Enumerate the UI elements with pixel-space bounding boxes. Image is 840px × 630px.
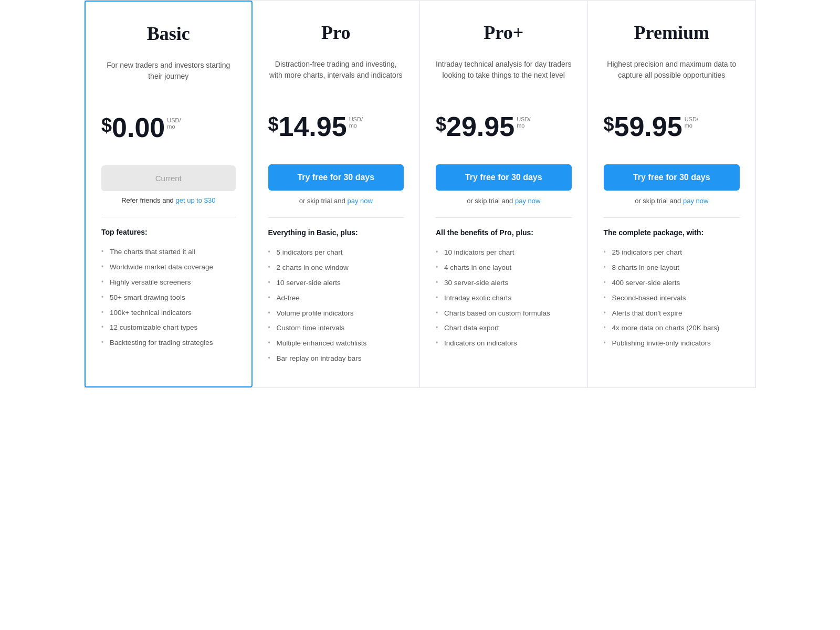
- price-period-pro: mo: [349, 122, 363, 129]
- plan-desc-pro: Distraction-free trading and investing, …: [268, 51, 404, 89]
- list-item: Charts based on custom formulas: [436, 306, 572, 321]
- current-button-basic: Current: [101, 165, 236, 191]
- list-item: Chart data export: [436, 321, 572, 336]
- features-heading-proplus: All the benefits of Pro, plus:: [436, 228, 572, 237]
- list-item: 10 server-side alerts: [268, 276, 404, 291]
- features-list-proplus: 10 indicators per chart4 charts in one l…: [436, 245, 572, 351]
- list-item: The charts that started it all: [101, 245, 236, 260]
- list-item: 12 customizable chart types: [101, 320, 236, 335]
- list-item: Backtesting for trading strategies: [101, 335, 236, 351]
- plan-price-basic: $0.00USD/mo: [101, 114, 181, 141]
- cta-area-basic: CurrentRefer friends and get up to $30: [101, 165, 236, 204]
- features-heading-basic: Top features:: [101, 228, 236, 236]
- cta-area-proplus: Try free for 30 daysor skip trial and pa…: [436, 164, 572, 205]
- plan-col-pro: ProDistraction-free trading and investin…: [253, 1, 421, 387]
- features-list-pro: 5 indicators per chart2 charts in one wi…: [268, 245, 404, 366]
- price-dollar-premium: $: [604, 115, 614, 134]
- refer-text-basic: Refer friends and get up to $30: [101, 196, 236, 204]
- list-item: Intraday exotic charts: [436, 291, 572, 306]
- pay-now-link-premium[interactable]: pay now: [683, 197, 708, 205]
- list-item: Indicators on indicators: [436, 336, 572, 351]
- list-item: 25 indicators per chart: [604, 245, 740, 260]
- price-currency-basic: USD/: [167, 117, 181, 123]
- plan-price-area-premium: $59.95USD/mo: [604, 108, 740, 145]
- list-item: 10 indicators per chart: [436, 245, 572, 260]
- price-currency-pro: USD/: [349, 116, 363, 122]
- list-item: 4x more data on charts (20K bars): [604, 321, 740, 336]
- plan-price-area-proplus: $29.95USD/mo: [436, 108, 572, 145]
- price-dollar-basic: $: [101, 116, 112, 135]
- plan-price-area-pro: $14.95USD/mo: [268, 108, 404, 145]
- list-item: 100k+ technical indicators: [101, 306, 236, 321]
- plan-desc-basic: For new traders and investors starting t…: [101, 52, 236, 90]
- plan-desc-premium: Highest precision and maximum data to ca…: [604, 51, 740, 89]
- features-list-premium: 25 indicators per chart8 charts in one l…: [604, 245, 740, 351]
- list-item: 8 charts in one layout: [604, 260, 740, 276]
- price-period-premium: mo: [685, 122, 698, 129]
- cta-area-premium: Try free for 30 daysor skip trial and pa…: [604, 164, 740, 205]
- price-dollar-pro: $: [268, 115, 279, 134]
- skip-trial-proplus: or skip trial and pay now: [436, 197, 572, 205]
- plan-name-premium: Premium: [604, 22, 740, 44]
- plan-price-premium: $59.95USD/mo: [604, 113, 698, 140]
- list-item: 4 charts in one layout: [436, 260, 572, 276]
- features-heading-pro: Everything in Basic, plus:: [268, 228, 404, 237]
- list-item: 30 server-side alerts: [436, 276, 572, 291]
- list-item: Multiple enhanced watchlists: [268, 336, 404, 351]
- price-amount-proplus: 29.95: [446, 113, 514, 140]
- price-currency-premium: USD/: [685, 116, 698, 122]
- list-item: Bar replay on intraday bars: [268, 351, 404, 366]
- divider-proplus: [436, 217, 572, 218]
- plan-price-area-basic: $0.00USD/mo: [101, 109, 236, 146]
- plan-name-pro: Pro: [268, 22, 404, 44]
- divider-basic: [101, 217, 236, 217]
- list-item: Highly versatile screeners: [101, 275, 236, 290]
- features-heading-premium: The complete package, with:: [604, 228, 740, 237]
- list-item: Custom time intervals: [268, 321, 404, 336]
- list-item: Ad-free: [268, 291, 404, 306]
- price-currency-proplus: USD/: [517, 116, 530, 122]
- list-item: 50+ smart drawing tools: [101, 290, 236, 306]
- list-item: 2 charts in one window: [268, 260, 404, 276]
- price-dollar-proplus: $: [436, 115, 446, 134]
- list-item: Volume profile indicators: [268, 306, 404, 321]
- refer-link-basic[interactable]: get up to $30: [175, 196, 215, 204]
- price-meta-proplus: USD/mo: [517, 116, 530, 129]
- pay-now-link-proplus[interactable]: pay now: [515, 197, 540, 205]
- skip-trial-pro: or skip trial and pay now: [268, 197, 404, 205]
- price-period-basic: mo: [167, 123, 181, 130]
- trial-button-premium[interactable]: Try free for 30 days: [604, 164, 740, 191]
- price-amount-pro: 14.95: [279, 113, 347, 140]
- list-item: Alerts that don't expire: [604, 306, 740, 321]
- plan-price-proplus: $29.95USD/mo: [436, 113, 530, 140]
- skip-trial-premium: or skip trial and pay now: [604, 197, 740, 205]
- plan-desc-proplus: Intraday technical analysis for day trad…: [436, 51, 572, 89]
- divider-pro: [268, 217, 404, 218]
- list-item: Second-based intervals: [604, 291, 740, 306]
- plan-name-basic: Basic: [101, 23, 236, 45]
- list-item: 5 indicators per chart: [268, 245, 404, 260]
- plan-name-proplus: Pro+: [436, 22, 572, 44]
- price-meta-premium: USD/mo: [685, 116, 698, 129]
- list-item: Worldwide market data coverage: [101, 260, 236, 275]
- price-meta-basic: USD/mo: [167, 117, 181, 130]
- price-meta-pro: USD/mo: [349, 116, 363, 129]
- list-item: 400 server-side alerts: [604, 276, 740, 291]
- pay-now-link-pro[interactable]: pay now: [347, 197, 372, 205]
- plan-col-premium: PremiumHighest precision and maximum dat…: [588, 1, 756, 387]
- features-list-basic: The charts that started it allWorldwide …: [101, 245, 236, 351]
- plan-col-basic: BasicFor new traders and investors start…: [85, 1, 253, 387]
- trial-button-proplus[interactable]: Try free for 30 days: [436, 164, 572, 191]
- plan-col-proplus: Pro+Intraday technical analysis for day …: [420, 1, 588, 387]
- divider-premium: [604, 217, 740, 218]
- list-item: Publishing invite-only indicators: [604, 336, 740, 351]
- price-period-proplus: mo: [517, 122, 530, 129]
- trial-button-pro[interactable]: Try free for 30 days: [268, 164, 404, 191]
- price-amount-premium: 59.95: [614, 113, 682, 140]
- cta-area-pro: Try free for 30 daysor skip trial and pa…: [268, 164, 404, 205]
- plan-price-pro: $14.95USD/mo: [268, 113, 363, 140]
- pricing-grid: BasicFor new traders and investors start…: [84, 0, 756, 388]
- price-amount-basic: 0.00: [112, 114, 165, 141]
